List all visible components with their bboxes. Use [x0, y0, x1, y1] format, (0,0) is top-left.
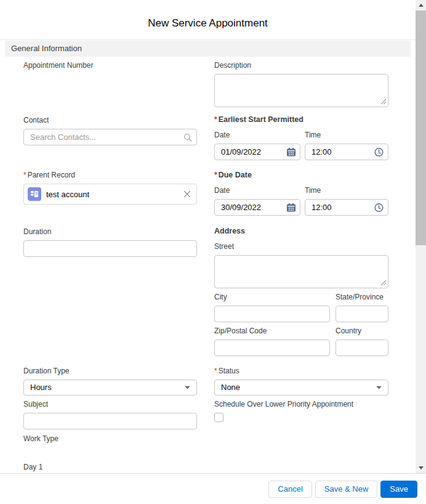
- duration-input[interactable]: [23, 240, 197, 257]
- field-status: *Status None: [214, 367, 388, 396]
- duration-label: Duration: [23, 227, 197, 237]
- state-label: State/Province: [336, 293, 388, 302]
- earliest-time-label: Time: [305, 131, 388, 140]
- chevron-down-icon: [185, 386, 190, 389]
- field-work-type: Work Type: [23, 434, 197, 447]
- field-contact: Contact: [23, 116, 197, 145]
- contact-label: Contact: [23, 116, 197, 125]
- arrow-down-icon: [419, 466, 424, 469]
- description-label: Description: [214, 61, 388, 70]
- scroll-down-button[interactable]: [416, 463, 426, 473]
- zip-label: Zip/Postal Code: [214, 327, 330, 336]
- field-duration-type: Duration Type Hours: [23, 367, 197, 396]
- description-textarea[interactable]: [214, 74, 388, 107]
- scroll-up-button[interactable]: [416, 0, 426, 10]
- required-asterisk: *: [214, 171, 217, 179]
- save-button[interactable]: Save: [380, 481, 417, 498]
- parent-record-pill[interactable]: test account: [23, 184, 197, 205]
- duration-type-select[interactable]: Hours: [23, 380, 197, 396]
- required-asterisk: *: [214, 367, 217, 375]
- vertical-scrollbar[interactable]: [416, 0, 426, 473]
- due-date-label: *Due Date: [214, 171, 388, 180]
- header-divider: [0, 39, 416, 40]
- field-address: Address Street City: [214, 227, 388, 356]
- zip-input[interactable]: [214, 339, 330, 356]
- due-date-time-label: Time: [305, 186, 388, 195]
- parent-record-value: test account: [46, 190, 89, 199]
- schedule-over-checkbox[interactable]: [214, 413, 223, 422]
- day1-label: Day 1: [23, 463, 197, 472]
- street-textarea[interactable]: [214, 255, 388, 288]
- earliest-start-label: *Earliest Start Permitted: [214, 115, 388, 124]
- calendar-icon[interactable]: [287, 203, 295, 212]
- required-asterisk: *: [214, 115, 217, 124]
- status-value: None: [221, 383, 240, 392]
- address-label: Address: [214, 227, 388, 236]
- save-and-new-button[interactable]: Save & New: [315, 481, 378, 498]
- due-date-date-label: Date: [214, 186, 300, 195]
- subject-label: Subject: [23, 400, 197, 409]
- field-parent-record: *Parent Record test account: [23, 171, 197, 205]
- work-type-label: Work Type: [23, 434, 197, 444]
- scrollbar-thumb[interactable]: [416, 10, 426, 245]
- clock-icon[interactable]: [374, 203, 384, 212]
- country-input[interactable]: [336, 339, 388, 356]
- country-label: Country: [336, 327, 388, 336]
- field-duration: Duration: [23, 227, 197, 257]
- modal-footer: Cancel Save & New Save: [0, 473, 426, 504]
- contact-search-input[interactable]: [23, 129, 197, 145]
- chevron-down-icon: [376, 386, 382, 389]
- calendar-icon[interactable]: [287, 147, 295, 156]
- parent-record-label: *Parent Record: [23, 171, 197, 180]
- field-earliest-start-permitted: *Earliest Start Permitted Date: [214, 115, 388, 160]
- clear-icon[interactable]: [183, 190, 191, 198]
- status-select[interactable]: None: [214, 380, 388, 396]
- schedule-over-label: Schedule Over Lower Priority Appointment: [214, 400, 388, 409]
- state-input[interactable]: [336, 306, 388, 322]
- required-asterisk: *: [23, 171, 26, 179]
- modal-scroll-area: New Service Appointment General Informat…: [0, 0, 416, 473]
- field-subject: Subject: [23, 400, 197, 429]
- account-icon: [28, 187, 41, 201]
- appointment-number-label: Appointment Number: [23, 61, 197, 70]
- status-label: *Status: [214, 367, 388, 376]
- arrow-up-icon: [419, 4, 424, 7]
- earliest-date-label: Date: [214, 131, 300, 140]
- field-description: Description: [214, 61, 388, 107]
- clock-icon[interactable]: [374, 147, 384, 156]
- city-label: City: [214, 293, 330, 302]
- duration-type-label: Duration Type: [23, 367, 197, 376]
- city-input[interactable]: [214, 306, 330, 322]
- page-title: New Service Appointment: [0, 17, 416, 30]
- search-icon: [183, 133, 192, 142]
- duration-type-value: Hours: [30, 383, 52, 392]
- field-due-date: *Due Date Date: [214, 171, 388, 216]
- field-appointment-number: Appointment Number: [23, 61, 197, 74]
- subject-input[interactable]: [23, 413, 197, 429]
- cancel-button[interactable]: Cancel: [268, 481, 311, 498]
- section-header-general-information: General Information: [5, 41, 411, 57]
- new-service-appointment-modal: New Service Appointment General Informat…: [0, 0, 426, 504]
- field-schedule-over: Schedule Over Lower Priority Appointment: [214, 400, 388, 422]
- street-label: Street: [214, 242, 388, 251]
